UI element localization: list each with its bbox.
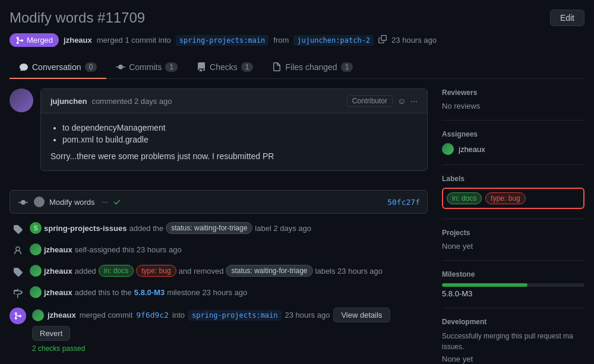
comment-body: to dependencyManagement pom.xml to build… <box>41 113 427 170</box>
timeline-actor-1: jzheaux <box>44 245 72 254</box>
merged-commit-hash[interactable]: 9f6d9c2 <box>136 311 169 319</box>
avatar <box>10 88 33 112</box>
merged-actor: jzheaux <box>48 311 76 319</box>
development-title: Development <box>442 318 584 326</box>
jzheaux-avatar-sm2 <box>30 265 42 277</box>
tab-files-changed-label: Files changed <box>285 62 337 72</box>
development-value: None yet <box>442 354 584 363</box>
label-waiting: status: waiting-for-triage <box>166 222 252 234</box>
tabs-bar: Conversation 0 Commits 1 Checks 1 Files … <box>10 56 584 79</box>
timeline-actor-3: jzheaux <box>44 288 72 297</box>
projects-title: Projects <box>442 229 584 237</box>
comment-header-left: jujunchen commented 2 days ago <box>50 97 172 106</box>
commits-icon <box>116 62 125 72</box>
tab-files-changed[interactable]: Files changed 1 <box>263 56 362 79</box>
tag-icon-2 <box>12 266 24 278</box>
tab-conversation-count: 0 <box>85 62 97 72</box>
merge-icon-2 <box>14 312 22 320</box>
comment-block: jujunchen commented 2 days ago Contribut… <box>10 88 428 181</box>
commit-row: Modify words ··· 50fc27f <box>10 190 428 214</box>
merged-commit-container: jzheaux merged commit 9f6d9c2 into sprin… <box>10 308 428 353</box>
tab-files-changed-count: 1 <box>341 62 353 72</box>
tab-checks-label: Checks <box>210 62 238 72</box>
tab-commits-label: Commits <box>129 62 162 72</box>
pr-title: Modify words #11709 <box>10 10 145 26</box>
commit-options: ··· <box>102 198 108 206</box>
spring-issues-avatar: S <box>30 222 42 234</box>
files-changed-icon <box>272 62 282 72</box>
timeline-item-labels-changed: jzheaux added in: docs type: bug and rem… <box>10 265 428 278</box>
milestone-content: jzheaux added this to the 5.8.0-M3 miles… <box>30 286 428 298</box>
milestone-link[interactable]: 5.8.0-M3 <box>134 288 165 297</box>
timeline-item-self-assigned: jzheaux self-assigned this 23 hours ago <box>10 243 428 257</box>
self-assigned-content: jzheaux self-assigned this 23 hours ago <box>30 243 428 255</box>
emoji-icon[interactable]: ☺ <box>397 96 406 106</box>
assignee-name: jzheaux <box>459 145 485 154</box>
merged-badge: Merged <box>10 33 59 47</box>
milestone-value: 5.8.0-M3 <box>442 289 584 298</box>
head-branch[interactable]: jujunchen:patch-2 <box>293 35 374 46</box>
sidebar-labels: Labels in: docs type: bug <box>442 165 584 219</box>
milestone-icon <box>12 287 24 299</box>
sidebar-label-in-docs[interactable]: in: docs <box>447 192 482 204</box>
pr-author: jzheaux <box>64 36 92 45</box>
sidebar-assignees: Assignees jzheaux <box>442 121 584 165</box>
merged-commit-detail: jzheaux merged commit 9f6d9c2 into sprin… <box>32 308 428 353</box>
merged-branch[interactable]: spring-projects:main <box>188 310 282 321</box>
projects-value: None yet <box>442 242 584 251</box>
sidebar-development: Development Successfully merging this pu… <box>442 308 584 364</box>
sidebar-label-type-bug[interactable]: type: bug <box>485 192 525 204</box>
copy-icon[interactable] <box>378 35 387 45</box>
commit-avatar <box>34 197 45 207</box>
revert-button[interactable]: Revert <box>32 326 70 341</box>
assignee-row: jzheaux <box>442 143 584 155</box>
timeline: jujunchen commented 2 days ago Contribut… <box>10 88 428 364</box>
tab-checks[interactable]: Checks 1 <box>187 56 263 79</box>
comment-author: jujunchen <box>50 97 87 106</box>
person-icon <box>12 245 24 257</box>
milestone-bar-fill <box>442 283 527 287</box>
jzheaux-avatar-sm3 <box>30 286 42 298</box>
tab-commits[interactable]: Commits 1 <box>106 56 187 79</box>
pr-time: 23 hours ago <box>391 36 437 45</box>
milestone-bar <box>442 283 584 287</box>
tab-checks-count: 1 <box>241 62 254 72</box>
reviewers-title: Reviewers <box>442 88 584 97</box>
sidebar-milestone: Milestone 5.8.0-M3 <box>442 261 584 308</box>
label-type-bug-timeline: type: bug <box>136 265 176 277</box>
tab-conversation[interactable]: Conversation 0 <box>10 56 106 79</box>
jzheaux-avatar-sm <box>30 243 42 255</box>
timeline-actor-0: spring-projects-issues <box>44 224 127 233</box>
assignee-avatar <box>442 143 454 155</box>
more-options-icon[interactable]: ··· <box>410 96 418 106</box>
view-details-button[interactable]: View details <box>333 308 390 322</box>
timeline-actor-2: jzheaux <box>44 267 72 276</box>
comment-meta: commented 2 days ago <box>91 97 172 106</box>
comment-header: jujunchen commented 2 days ago Contribut… <box>41 89 427 113</box>
tab-commits-count: 1 <box>165 62 178 72</box>
comment-right: jujunchen commented 2 days ago Contribut… <box>40 88 428 181</box>
comment-header-right: Contributor ☺ ··· <box>347 95 418 107</box>
assignees-title: Assignees <box>442 130 584 138</box>
merged-label: Merged <box>27 36 53 45</box>
reviewers-value: No reviews <box>442 102 584 110</box>
label-added-content: S spring-projects-issues added the statu… <box>30 222 428 234</box>
commit-check <box>113 198 121 206</box>
tab-conversation-label: Conversation <box>32 62 81 72</box>
timeline-item-label-added: S spring-projects-issues added the statu… <box>10 222 428 235</box>
base-branch[interactable]: spring-projects:main <box>176 35 269 46</box>
pr-number: #11709 <box>97 10 145 26</box>
conversation-icon <box>19 62 29 72</box>
merged-commit-row: jzheaux merged commit 9f6d9c2 into sprin… <box>32 308 428 341</box>
check-icon <box>113 198 121 206</box>
commit-icon <box>17 197 29 208</box>
labels-changed-content: jzheaux added in: docs type: bug and rem… <box>30 265 428 277</box>
commit-title: Modify words <box>49 198 95 207</box>
comment-bullet-2: pom.xml to build.gradle <box>62 135 418 144</box>
sidebar-projects: Projects None yet <box>442 219 584 261</box>
merge-avatar <box>10 308 26 324</box>
edit-button[interactable]: Edit <box>550 10 584 26</box>
sidebar: Reviewers No reviews Assignees jzheaux L… <box>442 88 584 364</box>
commit-hash[interactable]: 50fc27f <box>387 198 420 207</box>
comment-text: Sorry...there were some problems just no… <box>50 151 418 161</box>
